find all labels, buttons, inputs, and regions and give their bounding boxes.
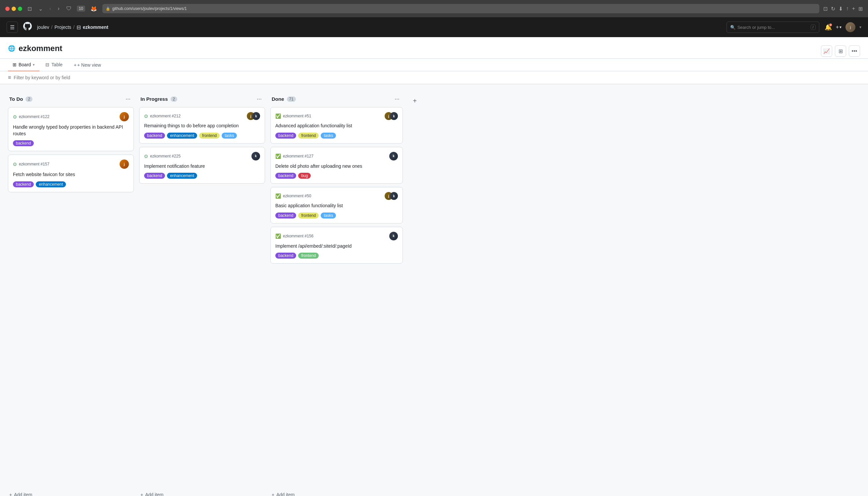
add-item-inprogress-button[interactable]: + Add item: [139, 489, 265, 496]
new-view-button[interactable]: + + New view: [70, 60, 105, 70]
address-bar[interactable]: 🔒 github.com/users/joulev/projects/1/vie…: [102, 4, 819, 13]
add-item-inprogress-plus-icon: +: [141, 492, 143, 496]
share-icon[interactable]: ↑: [846, 6, 849, 12]
card-156-header: ✅ ezkomment #156 k: [275, 232, 398, 241]
card-157-ref-text: ezkomment #157: [19, 162, 49, 167]
tab-table[interactable]: ⊟ Table: [41, 59, 67, 71]
label-tasks-212[interactable]: tasks: [222, 133, 237, 139]
column-inprogress-menu-button[interactable]: ···: [255, 95, 264, 103]
column-todo-menu-button[interactable]: ···: [124, 95, 132, 103]
column-done-menu-button[interactable]: ···: [392, 95, 402, 103]
insights-button[interactable]: 📈: [821, 45, 832, 57]
card-50-ref-text: ezkomment #50: [283, 193, 311, 198]
card-127-avatar[interactable]: k: [389, 152, 398, 160]
column-todo-header: To Do 2 ···: [8, 91, 134, 107]
card-157-avatar[interactable]: j: [119, 159, 129, 169]
card-51-ref[interactable]: ✅ ezkomment #51: [275, 113, 311, 119]
label-tasks-50[interactable]: tasks: [321, 213, 336, 218]
card-50-avatar2[interactable]: k: [390, 192, 398, 200]
filter-icon[interactable]: ≡: [8, 75, 11, 81]
card-50-avatars: j k: [385, 192, 398, 200]
dot-red[interactable]: [5, 6, 10, 11]
breadcrumb-projects[interactable]: Projects: [54, 25, 71, 30]
card-157-ref[interactable]: ⊙ ezkomment #157: [13, 161, 49, 167]
menu-button[interactable]: ☰: [6, 21, 18, 33]
new-view-plus-icon: +: [74, 62, 77, 68]
label-backend-157[interactable]: backend: [13, 181, 34, 187]
card-156-ref[interactable]: ✅ ezkomment #156: [275, 233, 314, 239]
notifications-icon[interactable]: 🔔: [824, 24, 832, 31]
label-backend-225[interactable]: backend: [144, 173, 165, 179]
add-button[interactable]: + ▾: [836, 24, 841, 30]
breadcrumb-user[interactable]: joulev: [37, 25, 49, 30]
label-frontend-156[interactable]: frontend: [298, 253, 319, 259]
card-212: ⊙ ezkomment #212 j k Remaining things to…: [139, 107, 265, 143]
board-tab-dropdown-icon[interactable]: ▾: [33, 63, 35, 67]
tab-count-icon[interactable]: 10: [77, 6, 85, 12]
sidebar-toggle-icon[interactable]: ⊡: [26, 4, 33, 13]
issue-open-icon-225: ⊙: [144, 154, 148, 159]
column-done-count: 71: [287, 96, 296, 102]
card-212-avatar2[interactable]: k: [252, 112, 260, 120]
more-options-button[interactable]: •••: [849, 45, 860, 57]
breadcrumb-project[interactable]: ezkomment: [83, 25, 108, 30]
card-122-title: Handle wrongly typed body properties in …: [13, 124, 129, 137]
card-50-ref[interactable]: ✅ ezkomment #50: [275, 193, 311, 199]
label-enhancement-212[interactable]: enhancement: [167, 133, 197, 139]
column-done-header: Done 71 ···: [270, 91, 403, 107]
label-enhancement-157[interactable]: enhancement: [36, 181, 66, 187]
card-122-avatar[interactable]: j: [119, 112, 129, 121]
card-157-labels: backend enhancement: [13, 181, 129, 187]
label-frontend-50[interactable]: frontend: [298, 213, 319, 218]
column-done: Done 71 ··· ✅ ezkomment #51 j k: [270, 91, 403, 496]
browser-icon-extra[interactable]: ⌄: [37, 4, 44, 13]
column-done-cards: ✅ ezkomment #51 j k Advanced application…: [270, 107, 403, 487]
label-backend-127[interactable]: backend: [275, 173, 296, 179]
issue-done-icon-156: ✅: [275, 233, 281, 239]
label-backend-212[interactable]: backend: [144, 133, 165, 139]
card-127-ref[interactable]: ✅ ezkomment #127: [275, 154, 314, 159]
label-enhancement-225[interactable]: enhancement: [167, 173, 197, 179]
column-todo-title: To Do: [9, 96, 23, 102]
card-122-labels: backend: [13, 140, 129, 146]
card-127-header: ✅ ezkomment #127 k: [275, 152, 398, 160]
refresh-icon[interactable]: ↻: [831, 6, 835, 12]
filter-input[interactable]: [14, 75, 860, 80]
grid-icon[interactable]: ⊞: [858, 6, 863, 12]
label-tasks-51[interactable]: tasks: [321, 133, 336, 139]
card-156-avatar[interactable]: k: [389, 232, 398, 241]
label-backend-156[interactable]: backend: [275, 253, 296, 259]
label-backend-51[interactable]: backend: [275, 133, 296, 139]
back-icon[interactable]: ‹: [48, 4, 52, 13]
search-bar[interactable]: 🔍 Search or jump to... /: [726, 21, 819, 33]
label-backend-50[interactable]: backend: [275, 213, 296, 218]
new-tab-icon[interactable]: +: [852, 6, 855, 12]
label-bug-127[interactable]: bug: [298, 173, 311, 179]
label-frontend-51[interactable]: frontend: [298, 133, 319, 139]
dot-yellow[interactable]: [12, 6, 16, 11]
add-column-plus-icon: +: [413, 97, 417, 105]
card-225-ref[interactable]: ⊙ ezkomment #225: [144, 154, 180, 159]
tab-board[interactable]: ⊞ Board ▾: [8, 59, 39, 71]
forward-icon[interactable]: ›: [56, 4, 61, 13]
user-avatar[interactable]: j: [846, 22, 855, 32]
add-item-todo-plus-icon: +: [9, 492, 12, 496]
card-225-avatar[interactable]: k: [252, 152, 260, 160]
download-icon[interactable]: ⬇: [838, 6, 843, 12]
cast-icon[interactable]: ⊡: [823, 6, 827, 12]
ellipsis-icon: •••: [852, 48, 857, 54]
card-122-ref[interactable]: ⊙ ezkomment #122: [13, 114, 49, 119]
dot-green[interactable]: [18, 6, 22, 11]
avatar-chevron-icon[interactable]: ▾: [859, 25, 862, 30]
card-51-avatar2[interactable]: k: [390, 112, 398, 120]
add-item-todo-label: Add item: [14, 492, 32, 496]
label-backend[interactable]: backend: [13, 140, 34, 146]
add-item-todo-button[interactable]: + Add item: [8, 489, 134, 496]
card-212-ref[interactable]: ⊙ ezkomment #212: [144, 113, 180, 119]
label-frontend-212[interactable]: frontend: [199, 133, 220, 139]
add-item-done-button[interactable]: + Add item: [270, 489, 403, 496]
add-column-button[interactable]: +: [408, 94, 421, 107]
github-logo[interactable]: [23, 22, 32, 33]
card-122: ⊙ ezkomment #122 j Handle wrongly typed …: [8, 107, 134, 151]
layout-button[interactable]: ⊞: [835, 45, 846, 57]
